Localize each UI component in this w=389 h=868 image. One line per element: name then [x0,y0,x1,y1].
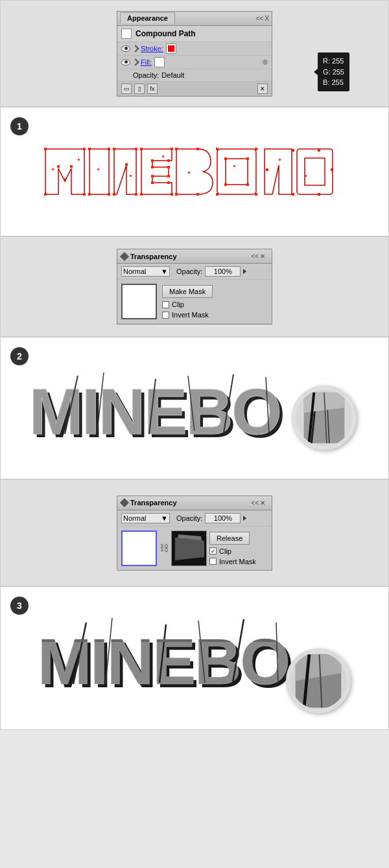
mask-thumbnail-black[interactable] [171,531,207,566]
invert-mask-checkbox-2[interactable] [209,558,217,565]
tooltip-arrow [314,69,318,75]
fx-label[interactable]: fx [150,86,154,92]
svg-rect-7 [83,148,86,150]
transparency-panel1-section: Transparency << ✕ Normal ▼ Opacity: 100%… [0,236,389,337]
mask-thumbnail-1[interactable] [121,284,157,319]
minecraft-text-area-1: MINEBO MINEBO MINEBO [26,356,363,460]
blend-opacity-row-1: Normal ▼ Opacity: 100% [117,264,272,280]
stroke-label[interactable]: Stroke: [141,45,163,52]
stroke-color-swatch[interactable] [166,43,176,54]
svg-rect-30 [151,175,154,177]
svg-rect-35 [196,148,199,150]
svg-rect-11 [64,178,66,181]
fx-icon[interactable]: fx [147,84,158,94]
release-button[interactable]: Release [209,532,250,545]
minecraft-text-area-2: MINEBO MINEBO MINEBO MINEBO [33,600,344,716]
opacity-stepper-2[interactable] [243,516,246,521]
trans-close-btn[interactable]: ✕ [260,253,265,260]
appearance-header: Appearance << X [117,12,272,26]
opacity-value-1: 100% [214,268,232,275]
chain-link-icon: ⛓ [159,543,169,553]
transparency-panel-1: Transparency << ✕ Normal ▼ Opacity: 100%… [117,249,272,325]
appearance-panel-section: Appearance << X Compound Path Stroke: Fi… [0,0,389,107]
svg-rect-16 [108,193,110,196]
svg-rect-8 [83,193,86,196]
transparency-title-2: Transparency [130,499,177,507]
panel-collapse-controls: << X [256,15,272,22]
clip-label-2: Clip [219,547,231,555]
step3-number: 3 [17,600,22,611]
fill-expand-arrow[interactable] [132,58,139,65]
delete-icon[interactable]: ✕ [257,84,268,94]
stroke-visibility-eye[interactable] [121,45,130,52]
clip-checkbox-1[interactable] [162,301,169,308]
invert-mask-checkbox-1[interactable] [162,312,169,319]
stroke-expand-arrow[interactable] [132,45,139,52]
transparency-diamond-icon [120,251,129,260]
opacity-label: Opacity: [133,71,159,79]
blend-mode-select-1[interactable]: Normal ▼ [121,266,170,277]
appearance-tab-label: Appearance [127,14,168,22]
opacity-input-1[interactable]: 100% [205,266,241,277]
invert-mask-label-1: Invert Mask [172,311,209,319]
blend-mode-select-2[interactable]: Normal ▼ [121,513,170,523]
tooltip-b: B: 255 [323,77,344,88]
close-btn[interactable]: X [265,15,269,22]
svg-marker-83 [177,534,203,549]
transparency-header-1: Transparency << ✕ [117,249,272,264]
trans-close-btn-2[interactable]: ✕ [260,499,265,507]
svg-rect-25 [171,193,173,196]
magnifier-svg-2 [288,648,349,713]
transparency-panel-2: Transparency << ✕ Normal ▼ Opacity: 100%… [117,496,272,571]
step3-badge: 3 [10,597,29,615]
svg-rect-37 [196,193,199,196]
svg-rect-5 [226,159,248,185]
clip-label-1: Clip [172,301,184,308]
opacity-input-2[interactable]: 100% [205,513,241,523]
new-art-icon[interactable]: ▯ [134,84,145,94]
blend-mode-dropdown-arrow: ▼ [161,268,168,275]
svg-rect-48 [97,168,99,170]
svg-rect-21 [125,163,128,166]
opacity-stepper-1[interactable] [243,269,246,274]
fill-visibility-eye[interactable] [121,59,130,65]
opacity-value: Default [161,71,184,79]
opacity-label-2: Opacity: [176,514,202,522]
blend-mode-value-2: Normal [123,514,146,522]
fill-color-swatch[interactable] [154,57,165,67]
svg-rect-12 [70,165,73,168]
clip-checkbox-2[interactable] [209,547,217,554]
mask-thumbnail-white[interactable] [121,531,157,566]
fill-label[interactable]: Fill: [141,58,152,66]
svg-marker-3 [141,149,172,194]
svg-rect-41 [255,193,257,196]
invert-mask-checkbox-row-1: Invert Mask [162,311,213,319]
add-effect-icon[interactable]: ▭ [121,84,132,94]
appearance-tab[interactable]: Appearance [120,12,175,24]
svg-rect-24 [140,193,143,196]
trans-collapse-btn-2[interactable]: << [251,499,259,507]
color-tooltip: R: 255 G: 255 B: 255 [318,52,349,91]
svg-rect-10 [57,165,60,168]
transparency-header-2: Transparency << ✕ [117,496,272,510]
mask-controls-1: Make Mask Clip Invert Mask [162,284,213,319]
svg-rect-51 [188,172,190,174]
svg-marker-82 [175,538,204,560]
magnifier-2 [286,648,351,713]
svg-rect-29 [167,166,170,168]
svg-rect-42 [224,157,227,160]
step2-number: 2 [17,351,22,361]
opacity-row: Opacity: Default [117,69,272,81]
trans-collapse-btn[interactable]: << [251,253,259,260]
step3-section: 3 MINEBO MINEBO MINEBO MINEBO [0,586,389,730]
compound-path-row: Compound Path [117,26,272,42]
svg-rect-31 [167,175,170,177]
svg-rect-43 [246,157,249,160]
make-mask-button[interactable]: Make Mask [162,285,213,298]
clip-checkbox-row-2: Clip [209,547,256,555]
svg-rect-39 [255,148,257,150]
svg-rect-46 [52,168,54,170]
collapse-btn[interactable]: << [256,15,264,22]
svg-marker-0 [45,149,84,194]
svg-rect-49 [130,175,132,177]
